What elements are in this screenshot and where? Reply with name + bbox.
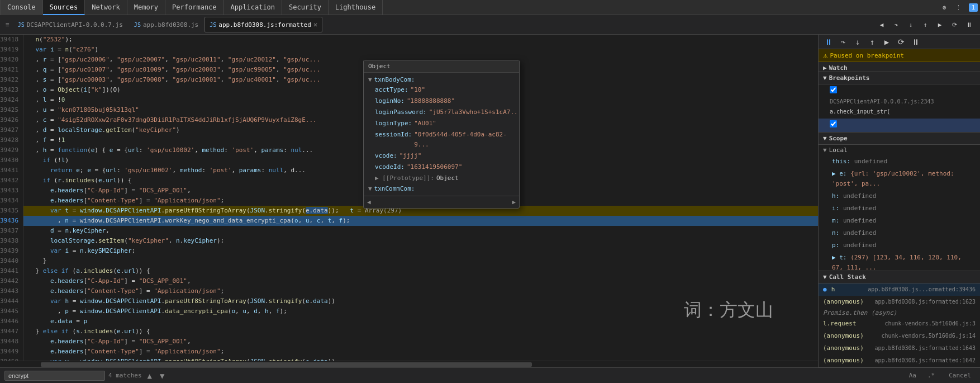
list-item: vcode:"jjjj" bbox=[364, 150, 519, 162]
breakpoint-item-1[interactable]: DCSAPPClientAPI-0.0.0.7.js:2343 a.check_… bbox=[819, 84, 980, 119]
arrow-icon-bp: ▼ bbox=[823, 74, 827, 82]
scope-item-h: h: undefined bbox=[819, 190, 980, 202]
regex-btn[interactable]: .* bbox=[924, 370, 939, 381]
debugger-continue-btn[interactable]: ▶ bbox=[880, 35, 893, 49]
devtools-tabs: Console Sources Network Memory Performan… bbox=[0, 0, 980, 15]
scope-item-p: p: undefined bbox=[819, 239, 980, 252]
debugger-pause-btn[interactable]: ⏸ bbox=[822, 35, 835, 49]
popup-txnbodycom-section[interactable]: ▼txnBodyCom: bbox=[364, 75, 519, 84]
tab-sources[interactable]: Sources bbox=[43, 0, 85, 15]
popup-title: Object bbox=[364, 60, 519, 73]
call-stack-item-anon3[interactable]: (anonymous) app.b8fd0308.js:formatted:16… bbox=[819, 342, 980, 354]
search-input[interactable] bbox=[4, 371, 105, 381]
scope-item-this: this: undefined bbox=[819, 155, 980, 168]
devtools-menu-btn[interactable]: ⋮ bbox=[952, 1, 965, 14]
tab-performance[interactable]: Performance bbox=[165, 0, 223, 15]
case-sensitive-btn[interactable]: Aa bbox=[905, 370, 920, 381]
collapse-panel-btn[interactable]: ◀ bbox=[875, 18, 888, 31]
debugger-settings-btn[interactable]: ⏸ bbox=[909, 35, 922, 49]
debugger-stepinto-btn[interactable]: ↓ bbox=[851, 35, 864, 49]
table-row: 39449 e.headers["Content-Type"] = "Appli… bbox=[0, 347, 818, 357]
table-row: 39441 } else if (a.includes(e.url)) { bbox=[0, 266, 818, 276]
scope-item-t[interactable]: ▶ t: (297) [123, 34, 116, 120, 110, 67, … bbox=[819, 252, 980, 271]
tab-security[interactable]: Security bbox=[282, 0, 329, 15]
devtools-settings-btn[interactable]: ⚙ bbox=[938, 1, 951, 14]
search-cancel-btn[interactable]: Cancel bbox=[944, 371, 976, 380]
paused-label: Paused on breakpoint bbox=[830, 52, 903, 59]
list-item: loginPassword:"jU5r7la3Vwho+1S+s1cA7... bbox=[364, 107, 519, 118]
debugger-pause[interactable]: ⏸ bbox=[962, 18, 976, 31]
debugger-stepout-btn[interactable]: ↑ bbox=[865, 35, 879, 49]
scope-header[interactable]: ▼ Scope bbox=[819, 133, 980, 145]
debugger-step-into[interactable]: ↓ bbox=[904, 18, 917, 31]
scope-item-e[interactable]: ▶ e: {url: 'gsp/uc10002', method: 'post'… bbox=[819, 168, 980, 190]
breakpoint-checkbox-1[interactable] bbox=[830, 86, 837, 93]
table-row: 39419 var i = n("c276") bbox=[0, 45, 818, 55]
call-stack-item-lrequest[interactable]: l.request chunk-vendors.5bf160d6.js:3 bbox=[819, 318, 980, 330]
file-tab-app-formatted[interactable]: JS app.b8fd0308.js:formatted ✕ bbox=[204, 17, 322, 32]
breakpoint-item-2[interactable]: app.b8fd0308.js:formatted:39436 , n = wi… bbox=[819, 119, 980, 132]
table-row: 39418 n("2532"); bbox=[0, 35, 818, 45]
call-stack-label: Call Stack bbox=[829, 273, 866, 281]
table-row: 39440 } bbox=[0, 256, 818, 266]
tab-network[interactable]: Network bbox=[85, 0, 127, 15]
call-stack-header[interactable]: ▼ Call Stack bbox=[819, 271, 980, 283]
table-row: 39445 , p = window.DCSAPPClientAPI.data_… bbox=[0, 306, 818, 316]
search-bar: 4 matches ▲ ▼ Aa .* Cancel bbox=[0, 367, 980, 383]
watch-label: Watch bbox=[829, 64, 848, 72]
watch-header[interactable]: ▶ Watch bbox=[819, 62, 980, 72]
debugger-disable-btn[interactable]: ⟳ bbox=[895, 35, 908, 49]
popup-nav-left[interactable]: ◀ bbox=[365, 197, 373, 207]
paused-banner: ⚠ Paused on breakpoint bbox=[819, 49, 980, 62]
debugger-deactivate[interactable]: ⟳ bbox=[948, 18, 961, 31]
call-stack-item-h[interactable]: ● h app.b8fd0308.js...ormatted:39436 bbox=[819, 283, 980, 296]
list-item: loginType:"AU01" bbox=[364, 118, 519, 129]
file-tab-app-min[interactable]: JS app.b8fd0308.js bbox=[129, 17, 203, 32]
close-tab-btn[interactable]: ✕ bbox=[313, 21, 317, 29]
watch-section: ▶ Watch bbox=[819, 62, 980, 72]
sidebar-toggle[interactable]: ≡ bbox=[2, 17, 13, 32]
call-stack-async: Promise.then (async) bbox=[819, 308, 980, 318]
call-stack-section: ▼ Call Stack ● h app.b8fd0308.js...ormat… bbox=[819, 271, 980, 367]
breakpoints-header[interactable]: ▼ Breakpoints bbox=[819, 72, 980, 84]
breakpoint-checkbox-2[interactable] bbox=[830, 120, 837, 127]
js-file-icon: JS bbox=[18, 22, 25, 28]
call-stack-body: ● h app.b8fd0308.js...ormatted:39436 (an… bbox=[819, 283, 980, 367]
tab-console[interactable]: Console bbox=[0, 0, 43, 15]
match-count: 4 matches bbox=[108, 372, 142, 379]
call-stack-item-anon2[interactable]: (anonymous) chunk-vendors.5bf160d6.js:14 bbox=[819, 330, 980, 342]
file-tab-dcsapp[interactable]: JS DCSAPPClientAPI-0.0.0.7.js bbox=[13, 17, 128, 32]
table-row: 39443 e.headers["Content-Type"] = "Appli… bbox=[0, 286, 818, 296]
breakpoints-body: DCSAPPClientAPI-0.0.0.7.js:2343 a.check_… bbox=[819, 84, 980, 132]
call-stack-item-anon1[interactable]: (anonymous) app.b8fd0308.js:formatted:16… bbox=[819, 296, 980, 308]
call-stack-item-anon4[interactable]: (anonymous) app.b8fd0308.js:formatted:16… bbox=[819, 354, 980, 367]
debugger-step-over[interactable]: ↷ bbox=[889, 18, 903, 31]
debugger-step-out[interactable]: ↑ bbox=[919, 18, 932, 31]
debugger-continue[interactable]: ▶ bbox=[933, 18, 946, 31]
search-next-btn[interactable]: ▼ bbox=[158, 370, 166, 381]
scope-item-i: i: undefined bbox=[819, 202, 980, 215]
table-row-current: 39436 , n = window.DCSAPPClientAPI.workK… bbox=[0, 216, 818, 226]
debugger-stepover-btn[interactable]: ↷ bbox=[836, 35, 850, 49]
list-item: ▶ [[Prototype]]:Object bbox=[364, 173, 519, 184]
list-item: vcodeId:"1631419506097" bbox=[364, 162, 519, 173]
popup-nav-right[interactable]: ▶ bbox=[510, 197, 518, 207]
file-tabs-bar: ≡ JS DCSAPPClientAPI-0.0.0.7.js JS app.b… bbox=[0, 15, 980, 35]
tab-lighthouse[interactable]: Lighthouse bbox=[329, 0, 383, 15]
arrow-icon-scope: ▼ bbox=[823, 135, 827, 142]
table-row: 39439 var i = n.keySM2Cipher; bbox=[0, 246, 818, 256]
object-popup: Object ▼txnBodyCom: acctType:"10" loginN… bbox=[363, 60, 520, 209]
popup-txncommcom-section[interactable]: ▼txnCommCom: bbox=[364, 184, 519, 193]
right-toolbar: ⏸ ↷ ↓ ↑ ▶ ⟳ ⏸ bbox=[819, 35, 980, 49]
table-row: 39437 d = n.keyCipher, bbox=[0, 226, 818, 236]
popup-content[interactable]: ▼txnBodyCom: acctType:"10" loginNo:"1888… bbox=[364, 73, 519, 196]
scope-local-group[interactable]: ▼Local bbox=[819, 145, 980, 155]
arrow-icon: ▶ bbox=[823, 64, 827, 72]
code-horizontal-scrollbar[interactable] bbox=[0, 361, 818, 367]
tab-application[interactable]: Application bbox=[224, 0, 282, 15]
list-item: loginNo:"18888888888" bbox=[364, 96, 519, 107]
search-prev-btn[interactable]: ▲ bbox=[145, 370, 154, 381]
tab-memory[interactable]: Memory bbox=[127, 0, 165, 15]
list-item: acctType:"10" bbox=[364, 84, 519, 96]
table-row: 39448 e.headers["C-App-Id"] = "DCS_APP_0… bbox=[0, 337, 818, 347]
